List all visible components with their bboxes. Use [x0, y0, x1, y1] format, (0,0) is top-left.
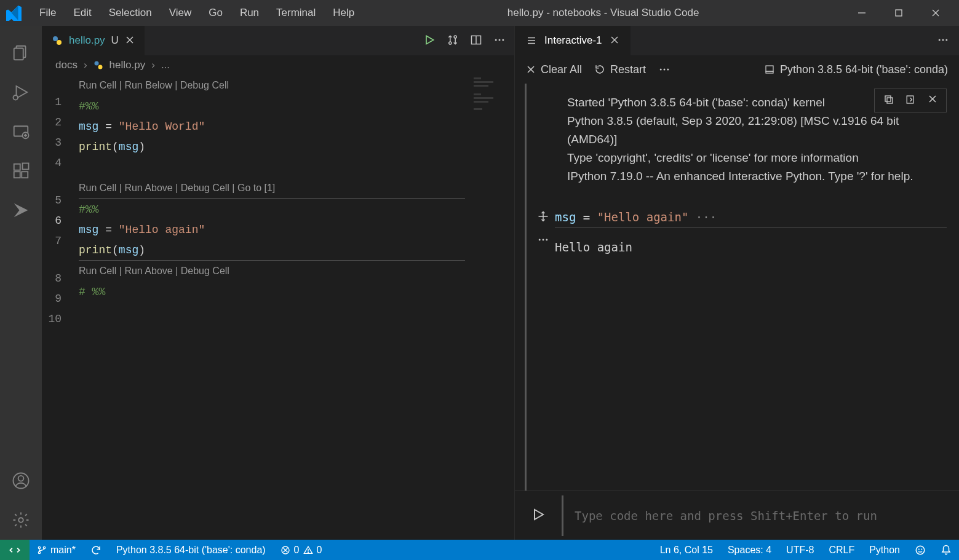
- maximize-button[interactable]: [880, 0, 917, 26]
- menu-run[interactable]: Run: [231, 3, 268, 23]
- svg-point-32: [98, 65, 102, 69]
- clear-all-button[interactable]: Clear All: [526, 63, 582, 76]
- svg-point-75: [916, 546, 925, 554]
- output-ellipsis-icon[interactable]: [531, 234, 555, 244]
- run-file-icon[interactable]: [423, 34, 436, 48]
- accounts-icon[interactable]: [0, 461, 42, 500]
- interactive-input[interactable]: Type code here and press Shift+Enter to …: [562, 495, 949, 536]
- svg-rect-35: [474, 85, 488, 87]
- menubar: File Edit Selection View Go Run Terminal…: [31, 3, 363, 23]
- minimap[interactable]: [471, 75, 514, 540]
- remote-explorer-icon[interactable]: [0, 112, 42, 151]
- eol-indicator[interactable]: CRLF: [821, 540, 862, 560]
- compare-changes-icon[interactable]: [447, 34, 459, 48]
- svg-rect-38: [474, 101, 488, 103]
- svg-marker-65: [535, 510, 543, 519]
- svg-rect-33: [474, 77, 481, 79]
- menu-help[interactable]: Help: [324, 3, 363, 23]
- breadcrumb-tail[interactable]: ...: [161, 59, 170, 71]
- svg-point-17: [18, 476, 24, 481]
- svg-point-63: [543, 239, 544, 241]
- codelens-cell2[interactable]: Run Cell | Run Above | Debug Cell | Go t…: [79, 178, 465, 199]
- tab-close-icon[interactable]: [125, 35, 135, 47]
- feedback-icon[interactable]: [907, 540, 933, 560]
- svg-point-30: [502, 39, 504, 41]
- activity-bar: [0, 26, 42, 540]
- interactive-output-area[interactable]: Started 'Python 3.8.5 64-bit ('base': co…: [525, 84, 959, 491]
- more-actions-icon[interactable]: [927, 34, 959, 48]
- svg-point-25: [454, 35, 456, 37]
- svg-point-52: [667, 69, 669, 71]
- svg-point-77: [921, 549, 922, 550]
- chevron-right-icon: ›: [84, 59, 87, 71]
- codelens-cell3[interactable]: Run Cell | Run Above | Debug Cell: [79, 261, 514, 281]
- svg-rect-56: [885, 96, 891, 101]
- svg-point-62: [539, 239, 541, 241]
- svg-rect-55: [887, 98, 893, 103]
- breadcrumbs[interactable]: docs › hello.py › ...: [42, 55, 514, 75]
- indent-indicator[interactable]: Spaces: 4: [720, 540, 779, 560]
- svg-point-28: [495, 39, 497, 41]
- cursor-position[interactable]: Ln 6, Col 15: [653, 540, 720, 560]
- svg-point-29: [499, 39, 501, 41]
- delete-cell-icon[interactable]: [928, 94, 937, 107]
- toolbar-more-icon[interactable]: [658, 67, 671, 72]
- svg-point-45: [939, 39, 941, 41]
- close-button[interactable]: [917, 0, 954, 26]
- vscode-logo: [5, 4, 23, 22]
- codelens-cell1[interactable]: Run Cell | Run Below | Debug Cell: [79, 75, 514, 95]
- extensions-icon[interactable]: [0, 151, 42, 191]
- status-interpreter[interactable]: Python 3.8.5 64-bit ('base': conda): [109, 540, 273, 560]
- svg-rect-34: [474, 81, 493, 83]
- goto-source-icon[interactable]: [905, 94, 917, 107]
- problems-indicator[interactable]: 0 0: [273, 540, 330, 560]
- interactive-window: Interactive-1 Clear All Restart: [515, 26, 959, 540]
- breadcrumb-folder[interactable]: docs: [55, 59, 78, 71]
- menu-terminal[interactable]: Terminal: [268, 3, 324, 23]
- run-debug-icon[interactable]: [0, 73, 42, 112]
- minimize-button[interactable]: [843, 0, 880, 26]
- expand-cell-icon[interactable]: [531, 210, 555, 224]
- svg-rect-54: [766, 71, 773, 73]
- split-editor-icon[interactable]: [470, 34, 482, 48]
- sync-changes-icon[interactable]: [83, 540, 109, 560]
- remote-indicator[interactable]: [0, 540, 30, 560]
- menu-view[interactable]: View: [161, 3, 201, 23]
- tab-hello-py[interactable]: hello.py U: [42, 26, 145, 55]
- tab-modified-indicator: U: [111, 34, 119, 47]
- interpreter-selector[interactable]: Python 3.8.5 64-bit ('base': conda): [764, 63, 948, 76]
- titlebar: File Edit Selection View Go Run Terminal…: [0, 0, 959, 26]
- code-editor[interactable]: 1 2 3 4 5 6 7 8 9 10 Run Cell | Run Belo…: [42, 75, 514, 540]
- tab-interactive-1[interactable]: Interactive-1: [515, 26, 631, 55]
- git-branch-indicator[interactable]: main*: [30, 540, 83, 560]
- notifications-bell-icon[interactable]: [933, 540, 959, 560]
- explorer-icon[interactable]: [0, 33, 42, 73]
- menu-go[interactable]: Go: [200, 3, 231, 23]
- more-actions-icon[interactable]: [493, 34, 506, 48]
- jupyter-icon[interactable]: [0, 191, 42, 230]
- line-number-gutter: 1 2 3 4 5 6 7 8 9 10: [42, 75, 79, 540]
- svg-point-24: [449, 41, 452, 44]
- tab-close-icon[interactable]: [610, 35, 619, 47]
- svg-point-46: [942, 39, 944, 41]
- settings-gear-icon[interactable]: [0, 500, 42, 540]
- svg-point-74: [308, 551, 308, 552]
- cell-toolbar: [874, 89, 947, 112]
- language-mode[interactable]: Python: [862, 540, 907, 560]
- cell-output: Hello again: [555, 240, 632, 254]
- menu-file[interactable]: File: [31, 3, 65, 23]
- menu-selection[interactable]: Selection: [100, 3, 161, 23]
- copy-icon[interactable]: [883, 94, 894, 107]
- executed-cell-code[interactable]: msg = "Hello again" ···: [555, 210, 947, 228]
- restart-button[interactable]: Restart: [594, 63, 646, 76]
- execute-input-icon[interactable]: [525, 507, 552, 524]
- svg-point-68: [43, 546, 45, 548]
- encoding-indicator[interactable]: UTF-8: [779, 540, 821, 560]
- svg-point-19: [53, 36, 58, 41]
- menu-edit[interactable]: Edit: [65, 3, 100, 23]
- svg-point-64: [546, 239, 547, 241]
- svg-rect-36: [474, 93, 481, 95]
- svg-rect-13: [14, 172, 20, 178]
- svg-rect-37: [474, 97, 493, 99]
- breadcrumb-file[interactable]: hello.py: [109, 59, 146, 71]
